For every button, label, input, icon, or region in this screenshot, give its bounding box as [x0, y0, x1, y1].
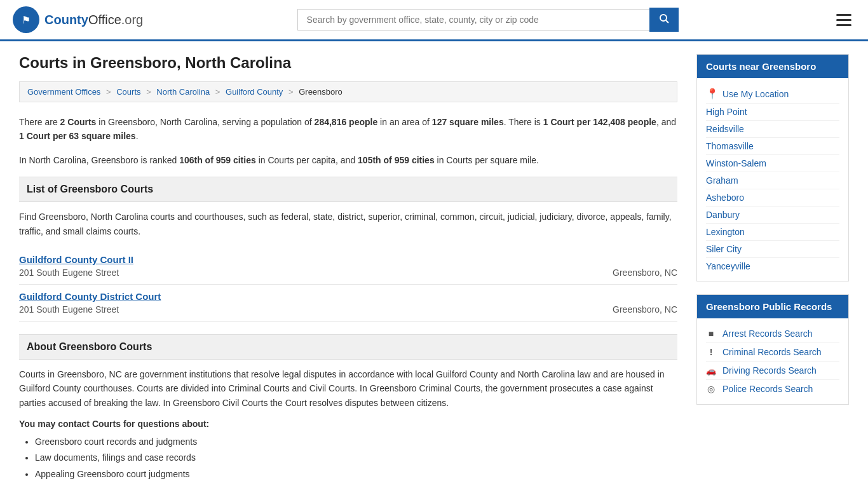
contact-header: You may contact Courts for questions abo…: [19, 419, 677, 429]
sidebar-link-danbury[interactable]: Danbury: [706, 207, 839, 224]
site-header: ⚑ CountyOffice.org: [0, 0, 868, 41]
driving-icon: 🚗: [706, 365, 716, 376]
list-section-header: List of Greensboro Courts: [19, 177, 677, 202]
svg-line-3: [666, 20, 668, 23]
logo-area: ⚑ CountyOffice.org: [13, 6, 143, 33]
logo-text: CountyOffice.org: [44, 13, 143, 27]
sidebar: Courts near Greensboro 📍 Use My Location…: [696, 54, 849, 482]
bullet-3: Appealing Greensboro court judgments: [35, 466, 677, 482]
breadcrumb-sep-1: >: [106, 87, 111, 97]
breadcrumb-gov-offices[interactable]: Government Offices: [27, 87, 100, 97]
use-location-label: Use My Location: [722, 89, 789, 99]
criminal-icon: !: [706, 347, 716, 357]
population: 284,816 people: [315, 117, 378, 127]
breadcrumb-current: Greensboro: [299, 87, 342, 97]
breadcrumb-courts[interactable]: Courts: [116, 87, 140, 97]
police-records-link[interactable]: ◎ Police Records Search: [706, 380, 839, 398]
breadcrumb-guilford[interactable]: Guilford County: [226, 87, 283, 97]
arrest-icon: ■: [706, 329, 716, 339]
sidebar-link-graham[interactable]: Graham: [706, 172, 839, 189]
bullet-2: Law documents, filings and case records: [35, 450, 677, 466]
criminal-records-label: Criminal Records Search: [722, 347, 822, 357]
svg-text:⚑: ⚑: [22, 15, 31, 25]
contact-bullets: Greensboro court records and judgments L…: [19, 434, 677, 482]
arrest-records-link[interactable]: ■ Arrest Records Search: [706, 325, 839, 343]
rank-capita: 106th of 959 cities: [179, 155, 256, 165]
use-location-link[interactable]: 📍 Use My Location: [706, 85, 839, 104]
breadcrumb-nc[interactable]: North Carolina: [156, 87, 210, 97]
sidebar-link-high-point[interactable]: High Point: [706, 104, 839, 121]
court-2-address: 201 South Eugene Street: [19, 304, 119, 315]
breadcrumb-sep-4: >: [288, 87, 294, 97]
court-2-link[interactable]: Guildford County District Court: [19, 291, 161, 302]
search-area: [297, 8, 679, 32]
court-1-details: 201 South Eugene Street Greensboro, NC: [19, 268, 677, 278]
courts-near-content: 📍 Use My Location High Point Reidsville …: [697, 78, 848, 281]
criminal-records-link[interactable]: ! Criminal Records Search: [706, 343, 839, 362]
per-sqmile: 1 Court per 63 square miles: [19, 131, 136, 141]
breadcrumb: Government Offices > Courts > North Caro…: [19, 81, 677, 102]
sidebar-link-reidsville[interactable]: Reidsville: [706, 121, 839, 138]
arrest-records-label: Arrest Records Search: [722, 329, 813, 339]
about-section-header: About Greensboro Courts: [19, 334, 677, 360]
police-icon: ◎: [706, 384, 716, 394]
logo-icon: ⚑: [13, 6, 39, 33]
page-title: Courts in Greensboro, North Carolina: [19, 54, 677, 72]
sidebar-link-yanceyville[interactable]: Yanceyville: [706, 258, 839, 274]
sidebar-link-thomasville[interactable]: Thomasville: [706, 138, 839, 155]
bullet-1: Greensboro court records and judgments: [35, 434, 677, 450]
hamburger-menu[interactable]: [832, 10, 855, 30]
courts-count: 2 Courts: [60, 117, 97, 127]
area: 127 square miles: [432, 117, 504, 127]
search-icon: [659, 13, 669, 24]
court-2-city: Greensboro, NC: [613, 304, 677, 315]
court-1-address: 201 South Eugene Street: [19, 268, 119, 278]
driving-records-link[interactable]: 🚗 Driving Records Search: [706, 362, 839, 380]
description-block: There are 2 Courts in Greensboro, North …: [19, 115, 677, 144]
rank-sqmile: 105th of 959 cities: [358, 155, 435, 165]
courts-near-title: Courts near Greensboro: [697, 55, 848, 78]
main-container: Courts in Greensboro, North Carolina Gov…: [0, 41, 868, 488]
list-description: Find Greensboro, North Carolina courts a…: [19, 210, 677, 238]
sidebar-link-winston-salem[interactable]: Winston-Salem: [706, 155, 839, 172]
court-1-link[interactable]: Guildford County Court II: [19, 254, 133, 265]
courts-near-box: Courts near Greensboro 📍 Use My Location…: [696, 54, 849, 281]
svg-point-2: [660, 15, 667, 21]
sidebar-link-lexington[interactable]: Lexington: [706, 224, 839, 241]
police-records-label: Police Records Search: [722, 384, 813, 394]
pin-icon: 📍: [706, 88, 719, 100]
court-1-city: Greensboro, NC: [613, 268, 677, 278]
court-2-details: 201 South Eugene Street Greensboro, NC: [19, 304, 677, 315]
breadcrumb-sep-2: >: [146, 87, 151, 97]
about-text: Courts in Greensboro, NC are government …: [19, 367, 677, 410]
search-input[interactable]: [297, 9, 649, 30]
breadcrumb-sep-3: >: [215, 87, 220, 97]
public-records-title: Greensboro Public Records: [697, 295, 848, 318]
content-area: Courts in Greensboro, North Carolina Gov…: [19, 54, 677, 482]
sidebar-link-asheboro[interactable]: Asheboro: [706, 189, 839, 207]
court-entry-1: Guildford County Court II 201 South Euge…: [19, 248, 677, 285]
public-records-box: Greensboro Public Records ■ Arrest Recor…: [696, 294, 849, 405]
driving-records-label: Driving Records Search: [722, 365, 817, 376]
description-block-2: In North Carolina, Greensboro is ranked …: [19, 153, 677, 167]
sidebar-link-siler-city[interactable]: Siler City: [706, 241, 839, 258]
public-records-content: ■ Arrest Records Search ! Criminal Recor…: [697, 318, 848, 404]
per-capita: 1 Court per 142,408 people: [543, 117, 656, 127]
court-entry-2: Guildford County District Court 201 Sout…: [19, 285, 677, 322]
search-button[interactable]: [649, 8, 679, 32]
